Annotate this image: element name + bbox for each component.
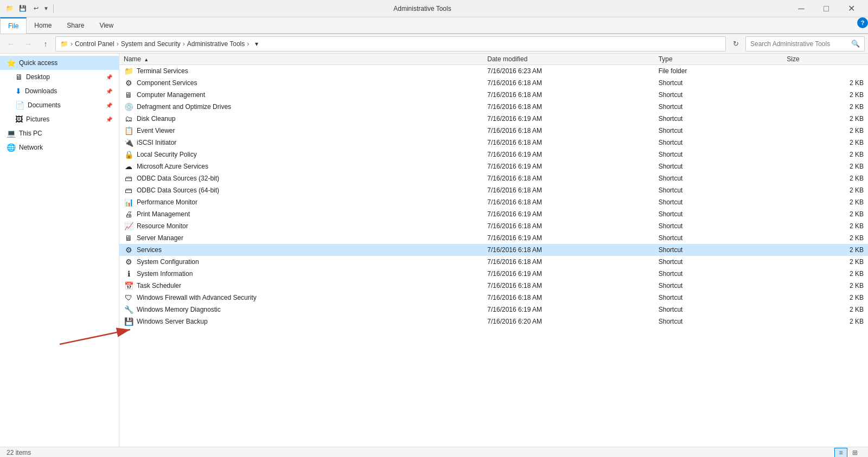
address-dropdown-arrow[interactable]: ▾ <box>251 36 262 52</box>
file-icon: 📅 <box>124 281 133 291</box>
sidebar-item-this-pc[interactable]: 💻 This PC <box>0 126 119 140</box>
table-row[interactable]: 💾Windows Server Backup7/16/2016 6:20 AMS… <box>119 316 868 327</box>
back-button[interactable]: ← <box>3 36 18 52</box>
file-icon: 🖥 <box>124 233 133 243</box>
file-date: 7/16/2016 6:19 AM <box>483 149 654 160</box>
file-icon: 🗃 <box>124 185 133 195</box>
file-name: Local Security Policy <box>137 151 197 158</box>
file-date: 7/16/2016 6:18 AM <box>483 196 654 208</box>
file-type: Shortcut <box>654 256 783 268</box>
column-date[interactable]: Date modified <box>483 54 654 65</box>
file-type: Shortcut <box>654 280 783 292</box>
qat-save-icon[interactable]: 💾 <box>17 3 28 14</box>
file-list[interactable]: Name ▲ Date modified Type Size 📁Terminal… <box>119 54 868 447</box>
file-date: 7/16/2016 6:18 AM <box>483 292 654 304</box>
tab-file[interactable]: File <box>0 17 27 34</box>
file-type: Shortcut <box>654 125 783 137</box>
file-name: Defragment and Optimize Drives <box>137 103 231 111</box>
breadcrumb-admin-tools[interactable]: Administrative Tools <box>187 40 245 48</box>
table-row[interactable]: 🔌iSCSI Initiator7/16/2016 6:18 AMShortcu… <box>119 137 868 149</box>
table-row[interactable]: ⚙Services7/16/2016 6:18 AMShortcut2 KB <box>119 244 868 256</box>
file-size: 2 KB <box>782 125 868 137</box>
sidebar-item-desktop[interactable]: 🖥 Desktop 📌 <box>0 70 119 84</box>
table-row[interactable]: 🛡Windows Firewall with Advanced Security… <box>119 292 868 304</box>
file-icon: 🖥 <box>124 90 133 100</box>
file-type: Shortcut <box>654 292 783 304</box>
tab-home[interactable]: Home <box>27 17 59 33</box>
sidebar-item-quick-access[interactable]: ⭐ Quick access <box>0 56 119 70</box>
sidebar-label-documents: Documents <box>28 101 61 109</box>
file-icon: ☁ <box>124 162 133 171</box>
table-row[interactable]: 💿Defragment and Optimize Drives7/16/2016… <box>119 101 868 113</box>
table-row[interactable]: 🔧Windows Memory Diagnostic7/16/2016 6:19… <box>119 304 868 316</box>
file-table: Name ▲ Date modified Type Size 📁Terminal… <box>119 54 868 327</box>
column-type[interactable]: Type <box>654 54 783 65</box>
file-name: Component Services <box>137 79 197 87</box>
table-row[interactable]: 🖨Print Management7/16/2016 6:19 AMShortc… <box>119 208 868 220</box>
maximize-button[interactable]: □ <box>814 0 839 17</box>
view-tiles-button[interactable]: ⊞ <box>848 448 861 458</box>
sidebar-item-downloads[interactable]: ⬇ Downloads 📌 <box>0 84 119 98</box>
table-row[interactable]: 🗂Disk Cleanup7/16/2016 6:19 AMShortcut2 … <box>119 113 868 125</box>
qat-dropdown[interactable]: ▼ <box>43 5 49 11</box>
window-controls: ─ □ ✕ <box>789 0 864 17</box>
file-size: 2 KB <box>782 232 868 244</box>
file-date: 7/16/2016 6:19 AM <box>483 232 654 244</box>
file-size: 2 KB <box>782 196 868 208</box>
file-type: Shortcut <box>654 244 783 256</box>
qat-separator <box>53 4 54 13</box>
table-row[interactable]: 🔒Local Security Policy7/16/2016 6:19 AMS… <box>119 149 868 160</box>
view-details-button[interactable]: ≡ <box>834 448 847 458</box>
table-row[interactable]: ℹSystem Information7/16/2016 6:19 AMShor… <box>119 268 868 280</box>
refresh-button[interactable]: ↻ <box>728 36 743 52</box>
table-row[interactable]: ⚙System Configuration7/16/2016 6:18 AMSh… <box>119 256 868 268</box>
table-row[interactable]: 🖥Server Manager7/16/2016 6:19 AMShortcut… <box>119 232 868 244</box>
table-row[interactable]: 🗃ODBC Data Sources (32-bit)7/16/2016 6:1… <box>119 172 868 184</box>
file-type: Shortcut <box>654 89 783 101</box>
sidebar-item-documents[interactable]: 📄 Documents 📌 <box>0 98 119 112</box>
tab-view[interactable]: View <box>92 17 121 33</box>
help-button[interactable]: ? <box>857 17 868 28</box>
file-size: 2 KB <box>782 268 868 280</box>
file-size: 2 KB <box>782 149 868 160</box>
up-button[interactable]: ↑ <box>38 36 53 52</box>
search-icon[interactable]: 🔍 <box>851 40 860 48</box>
forward-button[interactable]: → <box>21 36 36 52</box>
file-type: Shortcut <box>654 208 783 220</box>
search-input[interactable] <box>750 40 849 48</box>
item-count: 22 items <box>7 449 31 456</box>
address-bar[interactable]: 📁 › Control Panel › System and Security … <box>55 36 726 52</box>
table-row[interactable]: 🗃ODBC Data Sources (64-bit)7/16/2016 6:1… <box>119 184 868 196</box>
sidebar-item-pictures[interactable]: 🖼 Pictures 📌 <box>0 112 119 126</box>
table-row[interactable]: ☁Microsoft Azure Services7/16/2016 6:19 … <box>119 160 868 172</box>
sidebar-label-desktop: Desktop <box>26 73 50 81</box>
table-row[interactable]: 📈Resource Monitor7/16/2016 6:18 AMShortc… <box>119 220 868 232</box>
column-size[interactable]: Size <box>782 54 868 65</box>
minimize-button[interactable]: ─ <box>789 0 814 17</box>
qat-undo-icon[interactable]: ↩ <box>30 3 41 14</box>
table-row[interactable]: 📁Terminal Services7/16/2016 6:23 AMFile … <box>119 65 868 77</box>
table-row[interactable]: ⚙Component Services7/16/2016 6:18 AMShor… <box>119 77 868 89</box>
qat-icons: 📁 💾 ↩ ▼ <box>4 3 56 14</box>
qat-folder-icon[interactable]: 📁 <box>4 3 15 14</box>
file-type: Shortcut <box>654 316 783 327</box>
table-row[interactable]: 📊Performance Monitor7/16/2016 6:18 AMSho… <box>119 196 868 208</box>
breadcrumb-control-panel[interactable]: Control Panel <box>75 40 114 48</box>
file-icon: ⚙ <box>124 78 133 88</box>
sidebar-item-network[interactable]: 🌐 Network <box>0 140 119 155</box>
breadcrumb-system-security[interactable]: System and Security <box>121 40 181 48</box>
table-row[interactable]: 📋Event Viewer7/16/2016 6:18 AMShortcut2 … <box>119 125 868 137</box>
file-size <box>782 65 868 77</box>
column-name[interactable]: Name ▲ <box>119 54 483 65</box>
table-row[interactable]: 📅Task Scheduler7/16/2016 6:18 AMShortcut… <box>119 280 868 292</box>
close-button[interactable]: ✕ <box>839 0 864 17</box>
file-size: 2 KB <box>782 160 868 172</box>
documents-icon: 📄 <box>15 101 24 110</box>
tab-share[interactable]: Share <box>59 17 92 33</box>
file-type: Shortcut <box>654 77 783 89</box>
view-buttons: ≡ ⊞ <box>834 448 861 458</box>
file-date: 7/16/2016 6:18 AM <box>483 77 654 89</box>
main-layout: ⭐ Quick access 🖥 Desktop 📌 ⬇ Downloads 📌… <box>0 54 868 447</box>
table-row[interactable]: 🖥Computer Management7/16/2016 6:18 AMSho… <box>119 89 868 101</box>
status-bar: 22 items ≡ ⊞ <box>0 447 868 457</box>
